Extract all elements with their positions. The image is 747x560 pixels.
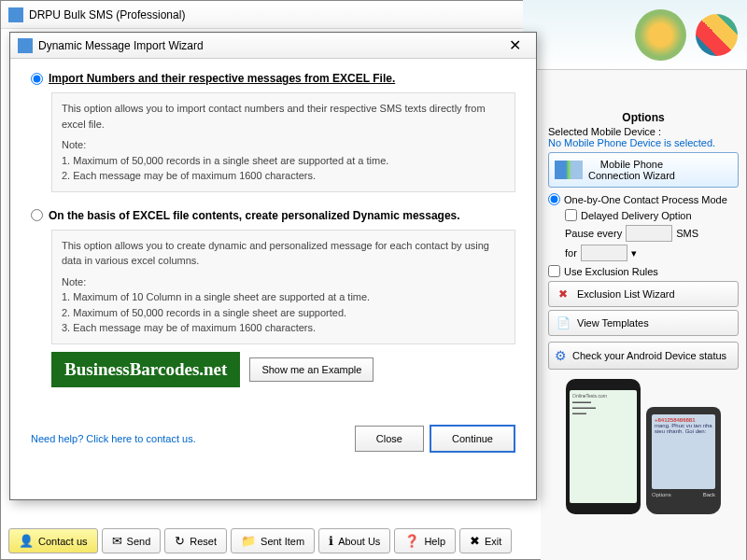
send-button[interactable]: ✉Send (102, 528, 162, 553)
exit-icon: ✖ (470, 534, 480, 548)
pie-chart-icon (696, 14, 738, 56)
show-example-button[interactable]: Show me an Example (249, 357, 374, 382)
option1-description: This option allows you to import contact… (51, 92, 515, 192)
dialog-close-button[interactable]: ✕ (501, 36, 529, 54)
feature-phone-preview: +841258486881 mang. Phuc vu tan nha sieu… (646, 407, 721, 514)
help-link[interactable]: Need help? Click here to contact us. (31, 433, 349, 444)
dialog-continue-btn[interactable]: Continue (430, 425, 515, 453)
reset-button[interactable]: ↻Reset (164, 528, 227, 553)
folder-icon: 📁 (241, 534, 256, 548)
pause-every-input[interactable] (626, 225, 672, 242)
exclusion-icon: ✖ (555, 286, 571, 302)
device-label: Selected Mobile Device : (548, 126, 739, 137)
process-mode-radio[interactable] (548, 193, 560, 205)
business-barcodes-banner[interactable]: BusinessBarcodes.net (51, 352, 240, 387)
options-title: Options (548, 111, 739, 124)
exclusion-rules-label: Use Exclusion Rules (564, 266, 658, 277)
delayed-delivery-label: Delayed Delivery Option (581, 210, 692, 221)
envelope-icon: ✉ (112, 534, 122, 548)
check-device-status-button[interactable]: ⚙ Check your Android Device status (548, 342, 739, 370)
header-graphic (523, 0, 747, 70)
bottom-toolbar: 👤Contact us ✉Send ↻Reset 📁Sent Item ℹAbo… (8, 528, 512, 553)
view-templates-button[interactable]: 📄 View Templates (548, 310, 739, 336)
import-excel-label: Import Numbers and their respective mess… (49, 72, 395, 85)
import-excel-radio[interactable] (31, 73, 43, 85)
options-panel: Options Selected Mobile Device : No Mobi… (541, 29, 746, 560)
app-icon (8, 7, 23, 22)
people-icon (635, 9, 686, 61)
device-status: No Mobile Phone Device is selected. (548, 137, 739, 148)
phone-previews: OnlineTests.com▬▬▬▬▬▬▬▬▬▬▬▬ +84125848688… (548, 379, 739, 514)
exclusion-list-wizard-button[interactable]: ✖ Exclusion List Wizard (548, 281, 739, 307)
dialog-close-btn[interactable]: Close (355, 426, 424, 452)
info-icon: ℹ (329, 534, 333, 548)
connection-icon (555, 161, 583, 179)
dialog-icon (18, 38, 33, 53)
dynamic-messages-radio[interactable] (31, 209, 43, 221)
help-icon: ❓ (404, 534, 419, 548)
dialog-titlebar: Dynamic Message Import Wizard ✕ (10, 33, 536, 59)
import-wizard-dialog: Dynamic Message Import Wizard ✕ Import N… (9, 32, 537, 500)
exclusion-rules-checkbox[interactable] (548, 265, 560, 277)
sent-item-button[interactable]: 📁Sent Item (231, 528, 315, 553)
contact-us-button[interactable]: 👤Contact us (8, 528, 98, 553)
about-us-button[interactable]: ℹAbout Us (318, 528, 390, 553)
dynamic-messages-label: On the basis of EXCEL file contents, cre… (49, 209, 460, 222)
reset-icon: ↻ (175, 534, 185, 548)
pause-for-input[interactable] (581, 245, 627, 261)
connection-wizard-button[interactable]: Mobile PhoneConnection Wizard (548, 152, 739, 188)
help-button[interactable]: ❓Help (394, 528, 456, 553)
dialog-title: Dynamic Message Import Wizard (38, 39, 501, 52)
smartphone-preview: OnlineTests.com▬▬▬▬▬▬▬▬▬▬▬▬ (566, 379, 641, 514)
delayed-delivery-checkbox[interactable] (565, 209, 577, 221)
person-icon: 👤 (19, 534, 34, 548)
gear-icon: ⚙ (555, 348, 567, 363)
option2-description: This option allows you to create dynamic… (51, 230, 515, 344)
exit-button[interactable]: ✖Exit (459, 528, 512, 553)
dropdown-icon[interactable]: ▾ (631, 247, 637, 259)
process-mode-label: One-by-One Contact Process Mode (564, 194, 727, 205)
templates-icon: 📄 (555, 315, 571, 331)
